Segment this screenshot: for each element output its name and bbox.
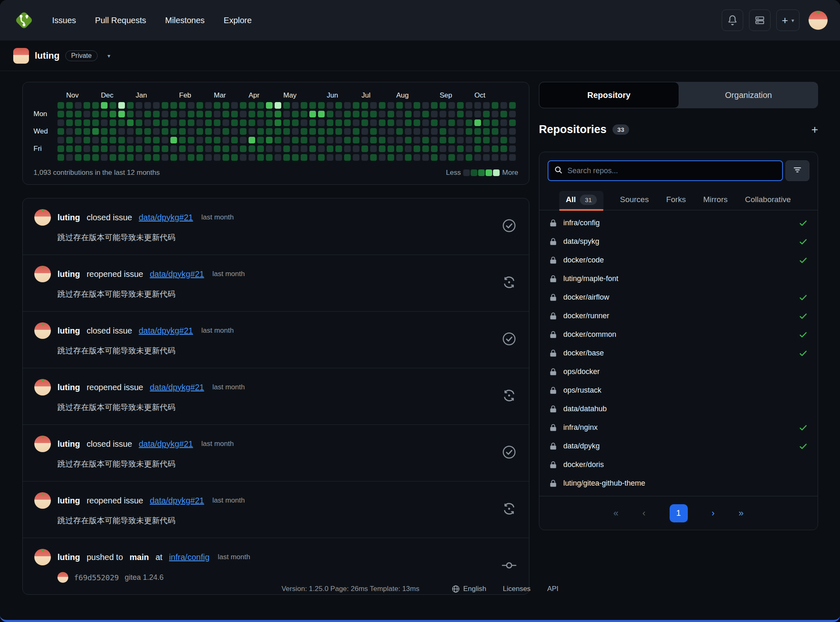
heatmap-cell [335,145,342,152]
heatmap-cell [466,128,472,135]
nav-link-pull-requests[interactable]: Pull Requests [95,16,146,25]
feed-avatar[interactable] [34,322,51,339]
feed-username[interactable]: luting [57,496,80,505]
nav-link-milestones[interactable]: Milestones [165,16,205,25]
feed-branch-name[interactable]: main [129,553,149,562]
repo-row[interactable]: luting/maple-font [547,269,810,288]
heatmap-cell [188,145,194,152]
repo-filter-tab-forks[interactable]: Forks [665,191,687,210]
repo-row[interactable]: docker/runner [547,307,810,325]
repo-row[interactable]: ops/rustack [547,381,810,400]
feed-username[interactable]: luting [57,383,80,392]
feed-repo-link[interactable]: data/dpykg#21 [150,496,204,505]
repo-row[interactable]: docker/airflow [547,288,810,307]
repo-filter-tab-collaborative[interactable]: Collaborative [744,191,792,210]
create-new-button[interactable]: + ▾ [776,10,799,31]
repo-name[interactable]: docker/code [563,256,604,265]
repo-name[interactable]: ops/rustack [563,386,601,395]
repo-row[interactable]: docker/base [547,344,810,362]
heatmap-cell [136,119,142,126]
repo-row[interactable]: luting/gitea-github-theme [547,474,810,493]
tab-organization[interactable]: Organization [679,82,818,108]
context-avatar[interactable] [13,48,29,64]
feed-avatar[interactable] [34,209,51,226]
repo-row[interactable]: ops/docker [547,362,810,381]
repo-row[interactable]: infra/config [547,214,810,232]
repo-name[interactable]: ops/docker [563,367,600,376]
repo-row[interactable]: docker/code [547,251,810,269]
heatmap-cell [414,119,420,126]
repo-name[interactable]: data/spykg [563,237,599,246]
feed-avatar[interactable] [34,492,51,509]
heatmap-day-labels: MonWedFri [34,102,57,163]
repo-filter-tab-sources[interactable]: Sources [619,191,650,210]
heatmap-cell [379,154,385,161]
commit-sha-link[interactable]: f69d552029 [74,573,119,582]
feed-repo-link[interactable]: infra/config [169,553,210,562]
feed-username[interactable]: luting [57,439,80,449]
pagination-prev-button[interactable]: ‹ [642,508,645,519]
repo-row[interactable]: docker/doris [547,455,810,474]
feed-avatar[interactable] [34,379,51,396]
repo-row[interactable]: data/datahub [547,400,810,418]
repo-filter-tab-mirrors[interactable]: Mirrors [702,191,728,210]
feed-repo-link[interactable]: data/dpykg#21 [139,213,193,222]
repo-row[interactable]: docker/common [547,325,810,344]
repo-row[interactable]: infra/nginx [547,418,810,437]
heatmap-cell [361,137,368,143]
feed-repo-link[interactable]: data/dpykg#21 [139,326,193,336]
repo-name[interactable]: docker/common [563,330,616,339]
feed-avatar[interactable] [34,549,51,565]
repo-name[interactable]: luting/gitea-github-theme [563,479,645,488]
feed-commit-row: f69d552029gitea 1.24.6 [57,572,492,583]
pagination-first-button[interactable]: « [613,508,618,519]
context-switcher-caret-icon[interactable]: ▾ [108,52,110,59]
feed-username[interactable]: luting [57,553,80,562]
admin-panel-button[interactable] [749,10,771,31]
feed-repo-link[interactable]: data/dpykg#21 [150,383,204,392]
pagination-page-current[interactable]: 1 [670,504,688,522]
heatmap-cell [214,154,220,161]
gitea-logo-icon[interactable] [12,9,36,32]
repo-name[interactable]: data/datahub [563,405,607,413]
repo-name[interactable]: infra/config [563,219,600,227]
heatmap-cell [188,128,194,135]
footer-link-api[interactable]: API [547,585,558,593]
feed-avatar[interactable] [34,436,51,452]
repo-filter-button[interactable] [785,160,809,181]
repo-row[interactable]: data/spykg [547,232,810,251]
pagination-last-button[interactable]: » [739,508,744,519]
feed-repo-link[interactable]: data/dpykg#21 [139,439,193,449]
repo-name[interactable]: docker/airflow [563,293,609,302]
tab-repository[interactable]: Repository [539,82,679,108]
repo-name[interactable]: luting/maple-font [563,274,618,283]
pagination-next-button[interactable]: › [712,508,715,519]
repo-name[interactable]: docker/runner [563,312,609,320]
repo-name[interactable]: data/dpykg [563,442,600,450]
feed-username[interactable]: luting [57,326,80,336]
feed-username[interactable]: luting [57,213,80,222]
heatmap-cell [153,137,160,143]
footer-link-english[interactable]: English [452,585,486,593]
feed-username[interactable]: luting [57,269,80,279]
repo-name[interactable]: infra/nginx [563,423,598,432]
repo-name[interactable]: docker/base [563,349,604,357]
heatmap-cell [84,154,90,161]
nav-link-explore[interactable]: Explore [224,16,252,25]
feed-avatar[interactable] [34,266,51,282]
heatmap-cell [466,102,472,109]
notifications-button[interactable] [722,10,743,31]
nav-link-issues[interactable]: Issues [52,16,76,25]
heatmap-cell [492,111,498,117]
heatmap-cell [318,128,325,135]
heatmap-cell [75,102,81,109]
add-repository-button[interactable]: + [811,124,818,136]
footer-link-licenses[interactable]: Licenses [503,585,531,593]
search-input[interactable] [567,167,776,175]
repo-filter-tab-all[interactable]: All31 [559,191,603,210]
repo-name[interactable]: docker/doris [563,460,604,469]
repo-row[interactable]: data/dpykg [547,437,810,455]
feed-repo-link[interactable]: data/dpykg#21 [150,269,204,279]
user-avatar[interactable] [809,11,828,30]
heatmap-cell [275,128,281,135]
